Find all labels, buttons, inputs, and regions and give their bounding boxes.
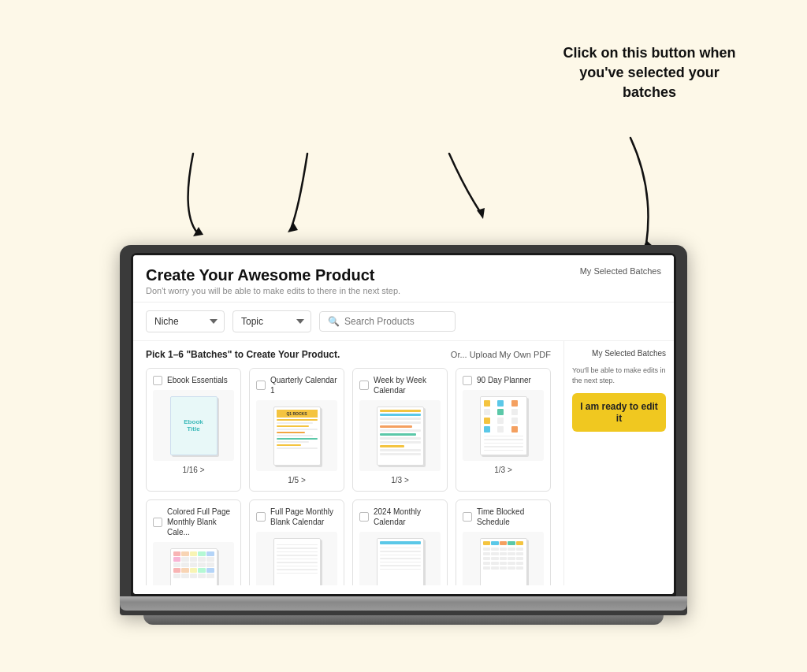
upload-link[interactable]: Or... Upload My Own PDF	[451, 350, 551, 359]
app-title: Create Your Awesome Product	[146, 266, 400, 284]
product-checkbox-90day[interactable]	[463, 376, 472, 385]
product-checkbox-2024[interactable]	[359, 512, 369, 522]
product-card-ebook[interactable]: Ebook Essentials EbookTitle 1/16 >	[146, 368, 241, 492]
header-right-label: My Selected Batches	[580, 266, 661, 276]
product-checkbox-ebook[interactable]	[153, 376, 162, 385]
laptop-bottom	[143, 615, 664, 625]
content-row: Pick 1–6 "Batches" to Create Your Produc…	[133, 341, 674, 585]
product-name-quarterly: Quarterly Calendar 1	[270, 375, 337, 395]
product-footer-week: 1/3 >	[359, 476, 441, 485]
product-card-quarterly[interactable]: Quarterly Calendar 1 Q1 ROCKS	[249, 368, 344, 492]
sidebar-note: You'll be able to make edits in the next…	[572, 366, 666, 385]
product-footer-90day: 1/3 >	[463, 466, 544, 474]
product-name-90day: 90 Day Planner	[477, 375, 531, 385]
product-name-ebook: Ebook Essentials	[167, 375, 228, 385]
search-products-input[interactable]	[344, 316, 447, 327]
timeblocked-thumbnail	[480, 538, 527, 586]
product-footer-quarterly: 1/5 >	[256, 476, 337, 485]
app-header: Create Your Awesome Product Don't worry …	[133, 255, 674, 303]
product-card-90day[interactable]: 90 Day Planner	[456, 368, 551, 492]
product-name-timeblocked: Time Blocked Schedule	[477, 507, 544, 527]
product-checkbox-week[interactable]	[359, 381, 369, 390]
product-preview-ebook: EbookTitle	[153, 390, 234, 461]
product-preview-colorblank	[153, 542, 234, 585]
product-card-week[interactable]: Week by Week Calendar	[352, 368, 448, 492]
product-grid: Ebook Essentials EbookTitle 1/16 >	[146, 368, 551, 585]
app-ui: Create Your Awesome Product Don't worry …	[133, 255, 674, 594]
sidebar-panel: My Selected Batches You'll be able to ma…	[563, 341, 674, 585]
ready-button[interactable]: I am ready to edit it	[572, 393, 666, 432]
topic-dropdown[interactable]: Topic	[232, 310, 311, 332]
product-name-2024: 2024 Monthly Calendar	[374, 507, 441, 527]
product-footer-ebook: 1/16 >	[153, 466, 234, 474]
main-content: Pick 1–6 "Batches" to Create Your Produc…	[133, 341, 563, 585]
cal2024-thumbnail	[377, 538, 424, 586]
sidebar-title: My Selected Batches	[572, 349, 666, 358]
search-box: 🔍	[319, 311, 456, 332]
product-name-fullpage: Full Page Monthly Blank Calendar	[270, 507, 337, 527]
laptop-container: Create Your Awesome Product Don't worry …	[120, 245, 687, 625]
product-preview-quarterly: Q1 ROCKS	[256, 400, 337, 471]
product-checkbox-fullpage[interactable]	[256, 512, 266, 522]
niche-dropdown[interactable]: Niche	[146, 310, 225, 332]
pick-title: Pick 1–6 "Batches" to Create Your Produc…	[146, 349, 340, 360]
app-subtitle: Don't worry you will be able to make edi…	[146, 286, 400, 295]
product-name-week: Week by Week Calendar	[374, 375, 441, 395]
product-name-colorblank: Colored Full Page Monthly Blank Cale...	[167, 507, 234, 537]
product-checkbox-quarterly[interactable]	[256, 381, 266, 390]
product-preview-fullpage	[256, 532, 337, 585]
product-card-fullpage[interactable]: Full Page Monthly Blank Calendar	[249, 499, 344, 585]
laptop-base	[120, 596, 687, 611]
filter-row: Niche Topic 🔍	[133, 303, 674, 341]
ebook-thumbnail: EbookTitle	[170, 396, 218, 455]
product-preview-2024	[359, 532, 441, 585]
week-thumbnail	[377, 407, 424, 466]
product-preview-timeblocked	[463, 532, 544, 585]
laptop-screen: Create Your Awesome Product Don't worry …	[133, 255, 674, 594]
day90-thumbnail	[480, 396, 527, 455]
quarterly-thumbnail: Q1 ROCKS	[273, 407, 321, 466]
product-card-2024[interactable]: 2024 Monthly Calendar	[352, 499, 448, 585]
fullpage-thumbnail	[273, 538, 321, 586]
pick-header: Pick 1–6 "Batches" to Create Your Produc…	[146, 349, 551, 360]
product-card-colorblank[interactable]: Colored Full Page Monthly Blank Cale...	[146, 499, 241, 585]
colorblank-thumbnail	[170, 548, 218, 586]
product-checkbox-timeblocked[interactable]	[463, 512, 472, 522]
product-card-timeblocked[interactable]: Time Blocked Schedule	[456, 499, 551, 585]
product-checkbox-colorblank[interactable]	[153, 518, 162, 527]
search-icon: 🔍	[328, 316, 340, 327]
product-preview-90day	[463, 390, 544, 461]
product-preview-week	[359, 400, 441, 471]
annotation-top-right: Click on this button when you've selecte…	[539, 43, 760, 103]
